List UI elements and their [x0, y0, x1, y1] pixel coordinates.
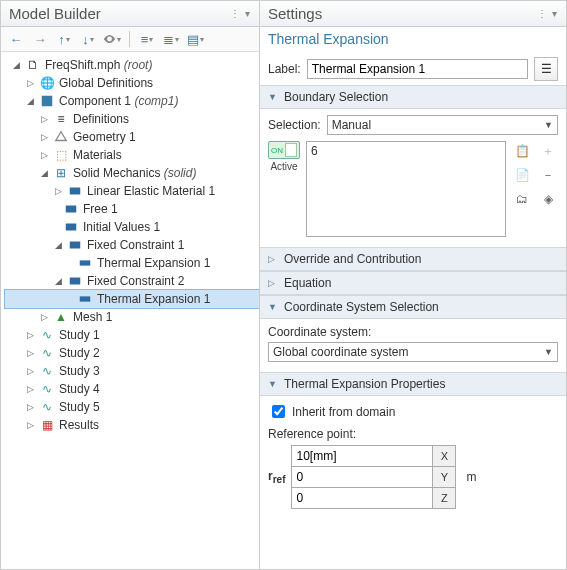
- tree-study-3[interactable]: ▷ ∿ Study 3: [5, 362, 259, 380]
- tree-initial-values[interactable]: Initial Values 1: [5, 218, 259, 236]
- boundary-selection-body: Selection: Manual▼ ON Active 6 📋 📄 🗂 ＋ －…: [260, 109, 566, 247]
- selection-listbox[interactable]: 6: [306, 141, 506, 237]
- remove-icon[interactable]: －: [538, 165, 558, 185]
- section-title: Coordinate System Selection: [284, 300, 439, 314]
- zoom-select-icon[interactable]: ◈: [538, 189, 558, 209]
- tree-fixed-constraint-2[interactable]: ◢ Fixed Constraint 2: [5, 272, 259, 290]
- svg-rect-4: [70, 242, 81, 249]
- collapse-icon[interactable]: ≡: [138, 30, 156, 48]
- tree-geometry[interactable]: ▷ Geometry 1: [5, 128, 259, 146]
- chevron-right-icon: ▷: [268, 254, 278, 264]
- go-to-source-icon[interactable]: ☰: [534, 57, 558, 81]
- selection-dropdown[interactable]: Manual▼: [327, 115, 558, 135]
- label-label: Label:: [268, 62, 301, 76]
- coord-dropdown[interactable]: Global coordinate system▼: [268, 342, 558, 362]
- tree-component[interactable]: ◢ Component 1 (comp1): [5, 92, 259, 110]
- tree-root[interactable]: ◢ 🗋 FreqShift.mph (root): [5, 56, 259, 74]
- tree-fixed-constraint-1[interactable]: ◢ Fixed Constraint 1: [5, 236, 259, 254]
- model-builder-toolbar: ← → ↑ ↓ ≡ ≣ ▤: [1, 27, 259, 52]
- svg-rect-0: [42, 96, 53, 107]
- tree-mesh[interactable]: ▷ ▲ Mesh 1: [5, 308, 259, 326]
- back-icon[interactable]: ←: [7, 30, 25, 48]
- model-builder-title-bar: Model Builder ⋮ ▾: [1, 1, 259, 27]
- tree-study-5[interactable]: ▷ ∿ Study 5: [5, 398, 259, 416]
- rref-z-input[interactable]: [292, 488, 432, 508]
- boundary-feature-icon: [63, 201, 79, 217]
- rref-symbol: rref: [268, 469, 285, 485]
- list-item[interactable]: 6: [311, 144, 501, 158]
- materials-icon: ⬚: [53, 147, 69, 163]
- boundary-feature-icon: [63, 219, 79, 235]
- thermal-props-body: Inherit from domain Reference point: rre…: [260, 396, 566, 519]
- subfeature-icon: [77, 291, 93, 307]
- add-icon[interactable]: ＋: [538, 141, 558, 161]
- svg-rect-6: [70, 278, 81, 285]
- subfeature-icon: [77, 255, 93, 271]
- study-icon: ∿: [39, 381, 55, 397]
- component-icon: [39, 93, 55, 109]
- svg-rect-7: [80, 296, 91, 301]
- section-thermal-props[interactable]: ▼ Thermal Expansion Properties: [260, 372, 566, 396]
- section-title: Equation: [284, 276, 331, 290]
- section-override[interactable]: ▷ Override and Contribution: [260, 247, 566, 271]
- refpoint-label: Reference point:: [268, 427, 558, 441]
- panel-menu-icon[interactable]: ⋮ ▾: [230, 8, 251, 19]
- mesh-icon: ▲: [53, 309, 69, 325]
- tree-thermal-expansion-1a[interactable]: Thermal Expansion 1: [5, 254, 259, 272]
- rref-y-input[interactable]: [292, 467, 432, 487]
- section-boundary-selection[interactable]: ▼ Boundary Selection: [260, 85, 566, 109]
- rref-x-input[interactable]: [292, 446, 432, 466]
- label-input[interactable]: [307, 59, 528, 79]
- tree-materials[interactable]: ▷ ⬚ Materials: [5, 146, 259, 164]
- globe-icon: 🌐: [39, 75, 55, 91]
- forward-icon[interactable]: →: [31, 30, 49, 48]
- settings-panel: Settings ⋮ ▾ Thermal Expansion Label: ☰ …: [260, 1, 566, 569]
- physics-icon: ⊞: [53, 165, 69, 181]
- study-icon: ∿: [39, 327, 55, 343]
- settings-title: Settings: [268, 5, 322, 22]
- expand-icon[interactable]: ≣: [162, 30, 180, 48]
- unit-label: m: [462, 470, 476, 484]
- inherit-checkbox[interactable]: Inherit from domain: [268, 402, 558, 421]
- paste-icon[interactable]: 📄: [512, 165, 532, 185]
- tree-lem[interactable]: ▷ Linear Elastic Material 1: [5, 182, 259, 200]
- tree-study-2[interactable]: ▷ ∿ Study 2: [5, 344, 259, 362]
- selection-tools-col1: 📋 📄 🗂: [512, 141, 532, 209]
- tree-study-4[interactable]: ▷ ∿ Study 4: [5, 380, 259, 398]
- chevron-down-icon: ▼: [268, 92, 278, 102]
- active-toggle[interactable]: ON Active: [268, 141, 300, 172]
- down-icon[interactable]: ↓: [79, 30, 97, 48]
- svg-rect-5: [80, 260, 91, 265]
- coordinate-system-body: Coordinate system: Global coordinate sys…: [260, 319, 566, 372]
- svg-rect-2: [66, 206, 77, 213]
- section-equation[interactable]: ▷ Equation: [260, 271, 566, 295]
- chevron-right-icon: ▷: [268, 278, 278, 288]
- tree-solid-mechanics[interactable]: ◢ ⊞ Solid Mechanics (solid): [5, 164, 259, 182]
- study-icon: ∿: [39, 363, 55, 379]
- up-icon[interactable]: ↑: [55, 30, 73, 48]
- coord-label: Coordinate system:: [268, 325, 558, 339]
- boundary-feature-icon: [67, 237, 83, 253]
- show-icon[interactable]: [103, 30, 121, 48]
- active-label: Active: [270, 161, 297, 172]
- tree-definitions[interactable]: ▷ ≡ Definitions: [5, 110, 259, 128]
- copy-icon[interactable]: 📋: [512, 141, 532, 161]
- model-tree[interactable]: ◢ 🗋 FreqShift.mph (root) ▷ 🌐 Global Defi…: [1, 52, 259, 569]
- panel-menu-icon[interactable]: ⋮ ▾: [537, 8, 558, 19]
- selection-tools-col2: ＋ － ◈: [538, 141, 558, 209]
- domain-feature-icon: [67, 183, 83, 199]
- section-coordinate-system[interactable]: ▼ Coordinate System Selection: [260, 295, 566, 319]
- tree-study-1[interactable]: ▷ ∿ Study 1: [5, 326, 259, 344]
- tree-global-defs[interactable]: ▷ 🌐 Global Definitions: [5, 74, 259, 92]
- chevron-down-icon: ▼: [268, 302, 278, 312]
- tree-view-icon[interactable]: ▤: [186, 30, 204, 48]
- tree-results[interactable]: ▷ ▦ Results: [5, 416, 259, 434]
- tree-free[interactable]: Free 1: [5, 200, 259, 218]
- geometry-icon: [53, 129, 69, 145]
- section-title: Override and Contribution: [284, 252, 421, 266]
- axis-y: Y: [433, 467, 456, 488]
- axis-z: Z: [433, 488, 456, 509]
- clipboard-icon[interactable]: 🗂: [512, 189, 532, 209]
- tree-thermal-expansion-1b[interactable]: Thermal Expansion 1: [5, 290, 259, 308]
- inherit-checkbox-input[interactable]: [272, 405, 285, 418]
